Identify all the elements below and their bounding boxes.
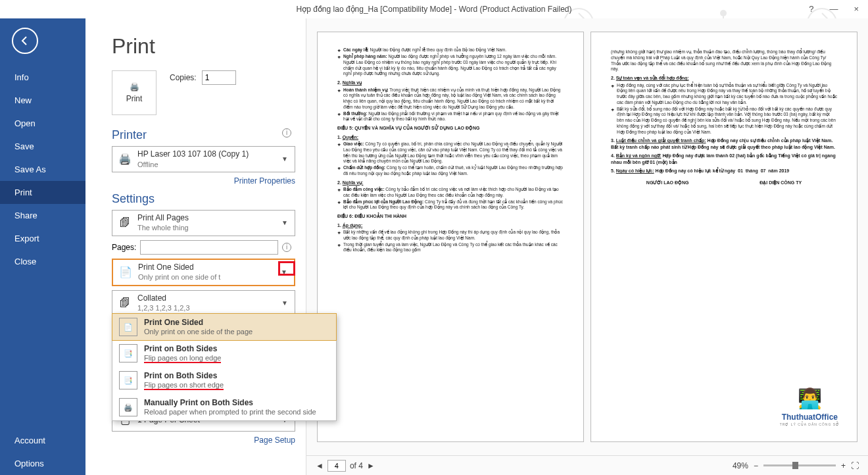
nav-account[interactable]: Account [0, 429, 85, 452]
sides-dropdown[interactable]: 📄 Print One SidedOnly print on one side … [112, 259, 295, 286]
collate-dropdown[interactable]: 🗐 Collated1,2,3 1,2,3 1,2,3 ▼ [112, 290, 295, 316]
preview-page-4: (nhưng không giới hạn) thư giao nhiệm vụ… [591, 32, 857, 442]
page-number-input[interactable] [327, 460, 346, 472]
printer-properties-link[interactable]: Printer Properties [112, 176, 295, 186]
nav-options[interactable]: Options [0, 452, 85, 475]
nav-saveas[interactable]: Save As [0, 158, 85, 181]
watermark-logo: 👨‍💻 ThuthuatOffice TRỢ LÝ CỦA DÂN CÔNG S… [780, 386, 840, 427]
pages-input[interactable] [140, 240, 278, 255]
prev-page-button[interactable]: ◄ [316, 461, 324, 470]
svg-point-2 [721, 11, 726, 16]
chevron-down-icon: ▼ [279, 219, 291, 226]
pages-label: Pages: [112, 243, 136, 252]
option-manual-duplex[interactable]: 🖨️ Manually Print on Both SidesReload pa… [112, 394, 336, 420]
collate-icon: 🗐 [116, 295, 133, 312]
nav-new[interactable]: New [0, 89, 85, 112]
print-button[interactable]: 🖨️ Print [112, 70, 157, 115]
preview-footer: ◄ of 4 ► 49% − + ⛶ [306, 455, 868, 475]
option-one-sided[interactable]: 📄 Print One SidedOnly print on one side … [112, 313, 337, 341]
page-title: Print [112, 34, 295, 59]
nav-info[interactable]: Info [0, 66, 85, 89]
page-setup-link[interactable]: Page Setup [112, 436, 295, 445]
sides-dropdown-menu: 📄 Print One SidedOnly print on one side … [112, 313, 337, 421]
page-icon: 📄 [117, 264, 134, 281]
printer-section-label: Printer [112, 128, 295, 142]
copies-label: Copies: [170, 73, 197, 82]
nav-close[interactable]: Close [0, 250, 85, 273]
printer-icon: 🖨️ [119, 398, 137, 416]
printer-dropdown[interactable]: 🖨️ HP Laser 103 107 108 (Copy 1)Offline … [112, 146, 295, 172]
zoom-slider[interactable] [763, 464, 836, 466]
printer-status-icon: 🖨️ [116, 151, 133, 168]
next-page-button[interactable]: ► [367, 461, 375, 470]
chevron-down-icon: ▼ [279, 155, 291, 162]
backstage-sidebar: Info New Open Save Save As Print Share E… [0, 18, 85, 475]
nav-export[interactable]: Export [0, 227, 85, 250]
zoom-out-button[interactable]: − [754, 461, 758, 470]
title-bar: Hợp đồng lao động_Ha [Compatibility Mode… [0, 0, 868, 18]
option-both-sides-long[interactable]: 📑 Print on Both SidesFlip pages on long … [112, 340, 336, 367]
copies-input[interactable] [202, 70, 236, 85]
print-preview: Các ngày lễ: Người lao Động được nghỉ lễ… [306, 18, 868, 475]
nav-share[interactable]: Share [0, 204, 85, 227]
duplex-long-icon: 📑 [119, 344, 137, 362]
zoom-in-button[interactable]: + [841, 461, 846, 470]
nav-print[interactable]: Print [0, 181, 85, 204]
chevron-down-icon: ▼ [279, 299, 291, 307]
info-icon[interactable]: i [282, 243, 291, 252]
page-total: of 4 [350, 461, 363, 470]
printer-icon: 🖨️ [130, 82, 139, 91]
nav-save[interactable]: Save [0, 135, 85, 158]
pages-icon: 🗐 [116, 214, 133, 232]
print-range-dropdown[interactable]: 🗐 Print All PagesThe whole thing ▼ [112, 210, 295, 236]
duplex-short-icon: 📑 [119, 371, 137, 389]
fit-page-button[interactable]: ⛶ [851, 461, 859, 470]
window-title: Hợp đồng lao động_Ha [Compatibility Mode… [297, 5, 572, 14]
back-button[interactable] [12, 28, 38, 54]
nav-open[interactable]: Open [0, 112, 85, 135]
settings-section-label: Settings [112, 192, 295, 206]
close-button[interactable]: × [854, 4, 859, 14]
chevron-down-icon: ▼ [278, 268, 290, 276]
preview-page-3: Các ngày lễ: Người lao Động được nghỉ lễ… [317, 32, 584, 442]
zoom-level: 49% [733, 461, 748, 470]
option-both-sides-short[interactable]: 📑 Print on Both SidesFlip pages on short… [112, 367, 336, 394]
minimize-button[interactable]: — [829, 4, 838, 14]
info-icon[interactable]: i [282, 128, 291, 138]
help-button[interactable]: ? [809, 4, 813, 14]
page-icon: 📄 [119, 318, 137, 336]
